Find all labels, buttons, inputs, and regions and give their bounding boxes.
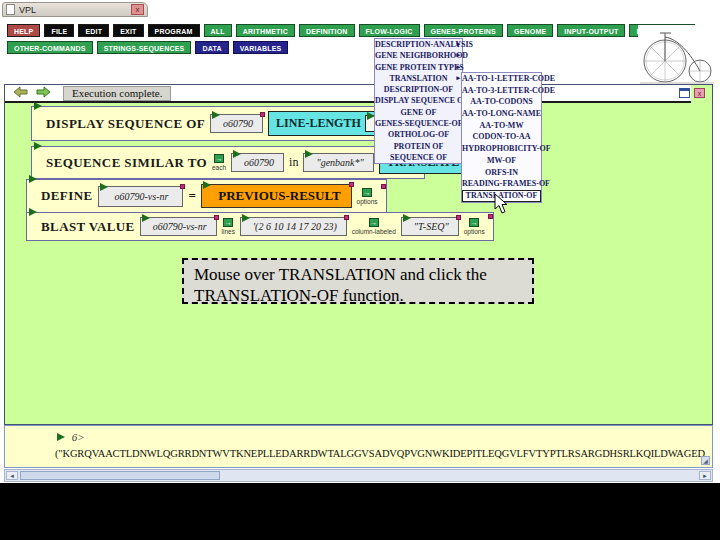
arg-box-entity[interactable]: o60790	[210, 114, 263, 133]
submenu-item-aa-to-1-letter-code[interactable]: AA-TO-1-LETTER-CODE	[462, 73, 541, 85]
snippet-blast-value[interactable]: BLAST VALUE o60790-vs-nr → lines '(2 6 1…	[26, 212, 494, 241]
keyword-arrow-icon[interactable]: →	[223, 218, 233, 227]
dropdown-item-description-of[interactable]: DESCRIPTION-OF	[375, 84, 462, 95]
menu-help[interactable]: HELP	[7, 24, 40, 37]
value-flag-icon[interactable]	[142, 214, 150, 222]
value-flag-icon[interactable]	[233, 150, 241, 158]
delete-corner-icon[interactable]	[349, 182, 354, 187]
menu-arithmetic[interactable]: ARITHMETIC	[236, 24, 295, 37]
horizontal-scrollbar[interactable]: ◄ ►	[4, 469, 713, 482]
snippet-flag-icon[interactable]	[29, 208, 37, 216]
submenu-item-orfs-in[interactable]: ORFS-IN	[462, 167, 541, 179]
function-name[interactable]: DEFINE	[41, 188, 93, 204]
function-name[interactable]: DISPLAY SEQUENCE OF	[46, 116, 205, 132]
scroll-right-icon[interactable]: ►	[699, 471, 711, 480]
submenu-arrow-icon: ▸	[456, 50, 460, 61]
menu-definition[interactable]: DEFINITION	[299, 24, 355, 37]
menu-all[interactable]: ALL	[204, 24, 232, 37]
delete-corner-icon[interactable]	[381, 184, 386, 189]
document-icon	[6, 4, 15, 15]
each-keyword-toggle[interactable]: → each	[212, 154, 226, 171]
menu-program[interactable]: PROGRAM	[148, 24, 200, 37]
menu-exit[interactable]: EXIT	[113, 24, 143, 37]
screen-letterbox	[0, 483, 720, 540]
restore-window-icon[interactable]	[679, 88, 690, 98]
menu-strings-sequences[interactable]: STRINGS-SEQUENCES	[97, 41, 192, 54]
keyword-arrow-icon[interactable]: →	[469, 218, 479, 227]
submenu-item-aa-to-codons[interactable]: AA-TO-CODONS	[462, 96, 541, 108]
back-arrow-icon[interactable]	[13, 84, 28, 102]
dropdown-item-gene-protein-types[interactable]: GENE PROTEIN TYPES▸	[375, 62, 462, 73]
dropdown-item-description-analysis[interactable]: DESCRIPTION-ANALYSIS▸	[375, 39, 462, 50]
dropdown-item-display-sequence-of[interactable]: DISPLAY SEQUENCE OF	[375, 95, 462, 106]
dropdown-item-translation[interactable]: TRANSLATION▸	[375, 73, 462, 84]
scroll-left-icon[interactable]: ◄	[6, 471, 18, 480]
menu-edit[interactable]: EDIT	[78, 24, 109, 37]
submenu-item-mw-of[interactable]: MW-OF	[462, 155, 541, 167]
snippet-flag-icon[interactable]	[34, 102, 42, 110]
snippet-display-sequence[interactable]: DISPLAY SEQUENCE OF o60790 LINE-LENGTH 6…	[31, 106, 425, 141]
submenu-item-aa-to-3-letter-code[interactable]: AA-TO-3-LETTER-CODE	[462, 85, 541, 97]
dropdown-item-sequence-of[interactable]: SEQUENCE OF	[375, 152, 462, 163]
snippet-define[interactable]: DEFINE o60790-vs-nr = PREVIOUS-RESULT → …	[26, 179, 387, 213]
submenu-item-aa-to-long-name[interactable]: AA-TO-LONG-NAME	[462, 108, 541, 120]
menu-genome[interactable]: GENOME	[507, 24, 553, 37]
snippet-flag-icon[interactable]	[34, 142, 42, 150]
value-flag-icon[interactable]	[203, 181, 211, 189]
previous-result-box[interactable]: PREVIOUS-RESULT	[201, 184, 351, 208]
result-flag-icon[interactable]	[57, 433, 65, 441]
arg-box-database[interactable]: "genbank*"	[303, 153, 373, 172]
menu-data[interactable]: DATA	[195, 41, 228, 54]
submenu-item-codon-to-aa[interactable]: CODON-TO-AA	[462, 131, 541, 143]
menu-other-commands[interactable]: OTHER-COMMANDS	[7, 41, 93, 54]
options-expander[interactable]: → options	[357, 188, 378, 205]
delete-corner-icon[interactable]	[456, 215, 461, 220]
options-expander[interactable]: → options	[464, 218, 485, 235]
menu-variables[interactable]: VARIABLES	[233, 41, 289, 54]
delete-corner-icon[interactable]	[260, 112, 265, 117]
arg-box-column[interactable]: "T-SEQ"	[401, 217, 459, 236]
window-title: VPL	[19, 5, 131, 15]
submenu-item-reading-frames-of[interactable]: READING-FRAMES-OF	[462, 178, 541, 190]
function-name[interactable]: SEQUENCE SIMILAR TO	[46, 155, 207, 171]
menu-input-output[interactable]: INPUT-OUTPUT	[557, 24, 625, 37]
delete-corner-icon[interactable]	[344, 215, 349, 220]
define-name-box[interactable]: o60790-vs-nr	[98, 186, 184, 207]
close-icon[interactable]: x	[131, 4, 144, 15]
arg-box-entity[interactable]: o60790	[231, 153, 284, 172]
column-labeled-keyword[interactable]: → column-labeled	[352, 218, 396, 235]
delete-corner-icon[interactable]	[180, 184, 185, 189]
keyword-arrow-icon[interactable]: →	[362, 188, 372, 197]
workspace: Execution complete. x DISPLAY SEQUENCE O…	[4, 84, 713, 425]
submenu-item-aa-to-mw[interactable]: AA-TO-MW	[462, 120, 541, 132]
keyword-arrow-icon[interactable]: →	[369, 218, 379, 227]
submenu-item-hydrophobicity-of[interactable]: HYDROPHOBICITY-OF	[462, 143, 541, 155]
delete-corner-icon[interactable]	[488, 214, 493, 219]
value-flag-icon[interactable]	[100, 183, 108, 191]
lines-keyword[interactable]: → lines	[222, 218, 235, 235]
delete-corner-icon[interactable]	[214, 215, 219, 220]
dropdown-item-genes-sequence-of[interactable]: GENES-SEQUENCE-OF	[375, 118, 462, 129]
dropdown-item-protein-of[interactable]: PROTEIN OF	[375, 141, 462, 152]
scrollbar-thumb[interactable]	[20, 471, 220, 480]
value-flag-icon[interactable]	[305, 150, 313, 158]
arg-box-result[interactable]: o60790-vs-nr	[140, 217, 217, 236]
dropdown-item-gene-of[interactable]: GENE OF	[375, 107, 462, 118]
dropdown-item-ortholog-of[interactable]: ORTHOLOG-OF	[375, 129, 462, 140]
arg-box-line-list[interactable]: '(2 6 10 14 17 20 23)	[240, 217, 347, 236]
snippet-sequence-similar-to[interactable]: SEQUENCE SIMILAR TO → each o60790 in "ge…	[31, 146, 425, 179]
function-name[interactable]: BLAST VALUE	[41, 219, 135, 235]
value-flag-icon[interactable]	[403, 214, 411, 222]
dropdown-item-gene-neighborhood[interactable]: GENE NEIGHBORHOOD▸	[375, 50, 462, 61]
value-flag-icon[interactable]	[242, 214, 250, 222]
menu-file[interactable]: FILE	[44, 24, 74, 37]
menu-flow-logic[interactable]: FLOW-LOGIC	[359, 24, 420, 37]
resize-handle-icon[interactable]: ◢	[701, 456, 710, 465]
window-titlebar[interactable]: VPL x	[2, 2, 148, 17]
menu-genes-proteins[interactable]: GENES-PROTEINS	[424, 24, 503, 37]
forward-arrow-icon[interactable]	[36, 84, 51, 102]
keyword-arrow-icon[interactable]: →	[214, 154, 224, 163]
value-flag-icon[interactable]	[212, 111, 220, 119]
close-workspace-icon[interactable]: x	[694, 88, 705, 98]
snippet-flag-icon[interactable]	[29, 175, 37, 183]
